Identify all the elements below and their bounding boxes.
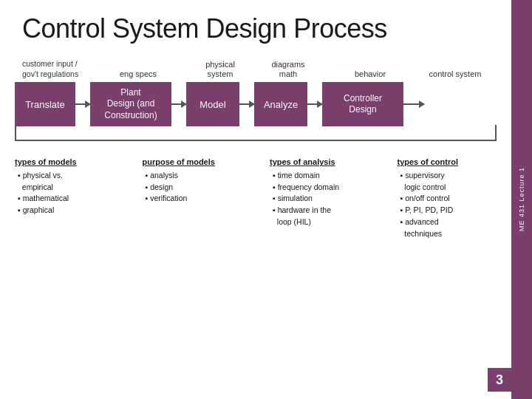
col-types-of-analysis: types of analysis ▪ time domain ▪ freque… [270, 156, 390, 239]
diagrams-label: diagrams math [262, 60, 315, 79]
page-title: Control System Design Process [0, 0, 532, 52]
col4-item1: ▪ supervisory [398, 170, 518, 182]
col1-item2: ▪ mathematical [15, 193, 135, 205]
col1-title: types of models [15, 156, 135, 168]
diagram-area: customer input / gov't regulations eng s… [0, 59, 532, 141]
behavior-label: behavior [330, 69, 411, 79]
sidebar: ME 431 Lecture 1 [511, 0, 532, 399]
col2-item1: ▪ analysis [143, 170, 263, 182]
col3-item2: ▪ frequency domain [270, 182, 390, 194]
arrow-2 [171, 103, 186, 105]
translate-box: Translate [15, 82, 75, 126]
bottom-section: types of models ▪ physical vs. empirical… [0, 147, 532, 239]
col4-title: types of control [398, 156, 518, 168]
col3-item4: ▪ hardware in the loop (HIL) [270, 205, 390, 228]
col1-item3: ▪ graphical [15, 205, 135, 216]
col4-item2: logic control [398, 182, 518, 194]
feedback-area [15, 126, 517, 141]
col-types-of-models: types of models ▪ physical vs. empirical… [15, 156, 135, 239]
col-purpose-of-models: purpose of models ▪ analysis ▪ design ▪ … [143, 156, 263, 239]
analyze-box: Analyze [254, 82, 307, 126]
physical-label: physical system [194, 60, 247, 79]
col4-item5: ▪ advanced techniques [398, 216, 518, 240]
plant-box: Plant Design (and Construction) [90, 82, 171, 126]
col3-item1: ▪ time domain [270, 170, 390, 182]
slide-number: 3 [488, 368, 511, 392]
sidebar-text: ME 431 Lecture 1 [518, 167, 525, 231]
col2-item2: ▪ design [143, 182, 263, 194]
arrow-3 [239, 103, 254, 105]
customer-label: customer input / gov't regulations [22, 59, 83, 79]
col4-item3: ▪ on/off control [398, 193, 518, 205]
engspecs-label: eng specs [98, 69, 179, 79]
arrow-4 [307, 103, 322, 105]
control-label: control system [426, 69, 485, 79]
controller-box: Controller Design [322, 82, 403, 126]
col3-item3: ▪ simulation [270, 193, 390, 205]
col4-item4: ▪ P, PI, PD, PID [398, 205, 518, 216]
col3-title: types of analysis [270, 156, 390, 168]
model-box: Model [186, 82, 239, 126]
col2-title: purpose of models [143, 156, 263, 168]
col1-item1: ▪ physical vs. empirical [15, 170, 135, 194]
arrow-5 [403, 103, 424, 105]
col2-item3: ▪ verification [143, 193, 263, 205]
col-types-of-control: types of control ▪ supervisory logic con… [398, 156, 518, 239]
arrow-1 [75, 103, 90, 105]
boxes-row: Translate Plant Design (and Construction… [15, 82, 517, 126]
labels-row: customer input / gov't regulations eng s… [15, 59, 517, 79]
